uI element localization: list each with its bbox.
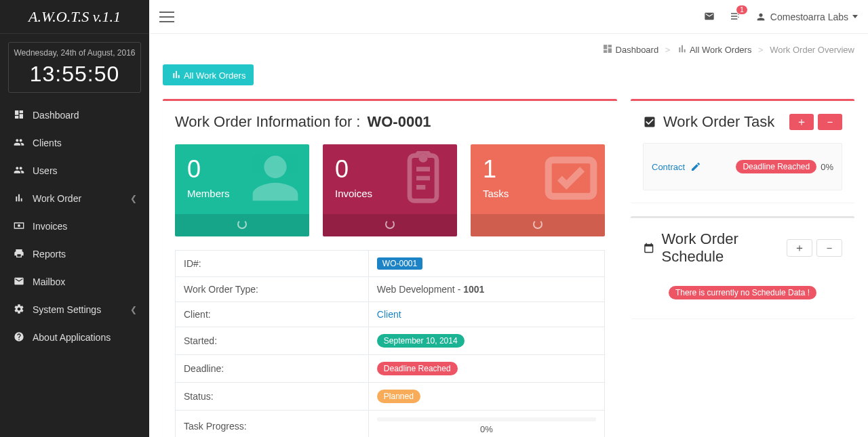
date-text: Wednesday, 24th of August, 2016 <box>9 48 140 58</box>
table-row: Work Order Type: Web Development - 1001 <box>176 277 605 302</box>
value-started: September 10, 2014 <box>377 334 465 348</box>
chevron-left-icon: ❮ <box>130 305 137 314</box>
sidebar-item-clients[interactable]: Clients <box>0 129 149 157</box>
stat-tasks-link[interactable] <box>471 214 605 236</box>
topbar: 1 Comestoarra Labs <box>149 0 868 34</box>
breadcrumb-all-work-orders[interactable]: All Work Orders <box>690 45 752 55</box>
stat-members: 0 Members <box>175 144 309 236</box>
stat-invoices-link[interactable] <box>323 214 457 236</box>
cogs-icon <box>12 304 26 315</box>
dashboard-icon <box>12 109 26 121</box>
table-row: Started: September 10, 2014 <box>176 327 605 355</box>
sidebar-item-label: Reports <box>33 249 66 259</box>
sidebar-item-label: Mailbox <box>33 276 65 287</box>
sidebar-nav: DashboardClientsUsersWork Order❮Invoices… <box>0 101 149 351</box>
sidebar-item-reports[interactable]: Reports <box>0 240 149 268</box>
chart-icon <box>171 69 182 80</box>
calendar-icon <box>643 241 654 255</box>
value-type: Web Development - 1001 <box>368 277 604 302</box>
chart-icon <box>12 192 26 204</box>
sidebar-item-label: About Applications <box>33 332 111 343</box>
table-row: Status: Planned <box>176 383 605 411</box>
user-icon <box>755 12 766 22</box>
mail-icon[interactable] <box>704 11 715 23</box>
brand-title: A.W.O.T.S v.1.1 <box>0 0 149 34</box>
spinner-icon <box>533 220 542 229</box>
task-link[interactable]: Contract <box>652 162 685 172</box>
user-name: Comestoarra Labs <box>770 12 848 22</box>
dashboard-icon <box>602 43 613 54</box>
clipboard-icon <box>396 151 450 207</box>
check-icon <box>544 151 598 207</box>
breadcrumb-current: Work Order Overview <box>770 45 854 55</box>
pencil-icon[interactable] <box>690 161 701 172</box>
check-square-icon <box>643 115 656 129</box>
notification-badge: 1 <box>736 5 747 14</box>
breadcrumb-dashboard[interactable]: Dashboard <box>616 45 659 55</box>
sidebar-item-about-applications[interactable]: About Applications <box>0 323 149 351</box>
sidebar-item-mailbox[interactable]: Mailbox <box>0 268 149 295</box>
time-text: 13:55:50 <box>9 62 140 87</box>
chevron-down-icon <box>852 15 858 18</box>
schedule-empty-message: There is currently no Schedule Data ! <box>669 286 816 299</box>
value-client-link[interactable]: Client <box>377 309 401 320</box>
add-schedule-button[interactable]: ＋ <box>787 239 812 257</box>
value-id: WO-0001 <box>377 257 422 270</box>
spinner-icon <box>237 220 247 229</box>
notifications-icon[interactable]: 1 <box>730 11 741 23</box>
label-progress: Task Progress: <box>176 411 369 438</box>
work-order-info-panel: Work Order Information for : WO-0001 0 M… <box>163 99 617 437</box>
table-row: Task Progress: 0% <box>176 411 605 438</box>
label-started: Started: <box>176 327 369 355</box>
work-order-details-table: ID#: WO-0001 Work Order Type: Web Develo… <box>175 250 605 437</box>
sidebar-item-work-order[interactable]: Work Order❮ <box>0 184 149 212</box>
all-work-orders-button[interactable]: All Work Orders <box>163 64 254 85</box>
user-menu[interactable]: Comestoarra Labs <box>755 12 858 22</box>
table-row: Deadline: Deadline Reached <box>176 355 605 383</box>
label-client: Client: <box>176 302 369 327</box>
value-status: Planned <box>377 390 420 403</box>
money-icon <box>12 220 26 232</box>
panel-title: Work Order Information for : WO-0001 <box>175 113 605 131</box>
label-status: Status: <box>176 383 369 411</box>
users-icon <box>12 137 26 148</box>
stat-members-link[interactable] <box>175 214 309 236</box>
task-item: Contract Deadline Reached 0% <box>643 143 842 190</box>
remove-task-button[interactable]: － <box>818 114 842 130</box>
sidebar: A.W.O.T.S v.1.1 Wednesday, 24th of Augus… <box>0 0 149 437</box>
mail-icon <box>12 276 26 287</box>
question-icon <box>12 331 26 343</box>
task-progress-value: 0% <box>821 162 833 172</box>
label-deadline: Deadline: <box>176 355 369 383</box>
breadcrumb: Dashboard > All Work Orders > Work Order… <box>149 34 868 64</box>
progress-value: 0% <box>377 424 596 434</box>
stat-invoices: 0 Invoices <box>323 144 457 236</box>
print-icon <box>12 248 26 259</box>
sidebar-item-users[interactable]: Users <box>0 157 149 184</box>
sidebar-item-dashboard[interactable]: Dashboard <box>0 101 149 129</box>
schedule-panel-title: Work Order Schedule <box>661 230 787 266</box>
label-id: ID#: <box>176 251 369 277</box>
stat-tasks: 1 Tasks <box>471 144 605 236</box>
sidebar-item-label: Users <box>33 165 58 176</box>
value-deadline: Deadline Reached <box>377 362 458 375</box>
remove-schedule-button[interactable]: － <box>816 239 842 257</box>
sidebar-item-label: Dashboard <box>33 110 79 121</box>
add-task-button[interactable]: ＋ <box>789 114 814 130</box>
table-row: Client: Client <box>176 302 605 327</box>
sidebar-item-label: Clients <box>33 138 62 148</box>
users-icon <box>12 165 26 176</box>
work-order-schedule-panel: Work Order Schedule ＋ － There is current… <box>631 216 854 318</box>
sidebar-item-system-settings[interactable]: System Settings❮ <box>0 295 149 323</box>
chart-icon <box>677 43 688 54</box>
clock-widget: Wednesday, 24th of August, 2016 13:55:50 <box>8 42 141 93</box>
task-panel-title: Work Order Task <box>663 113 774 131</box>
spinner-icon <box>385 220 395 229</box>
table-row: ID#: WO-0001 <box>176 251 605 277</box>
sidebar-item-label: Invoices <box>33 221 67 232</box>
progress-bar <box>377 417 596 421</box>
label-type: Work Order Type: <box>176 277 369 302</box>
menu-toggle-icon[interactable] <box>159 12 174 22</box>
sidebar-item-invoices[interactable]: Invoices <box>0 212 149 240</box>
person-icon <box>248 151 302 207</box>
